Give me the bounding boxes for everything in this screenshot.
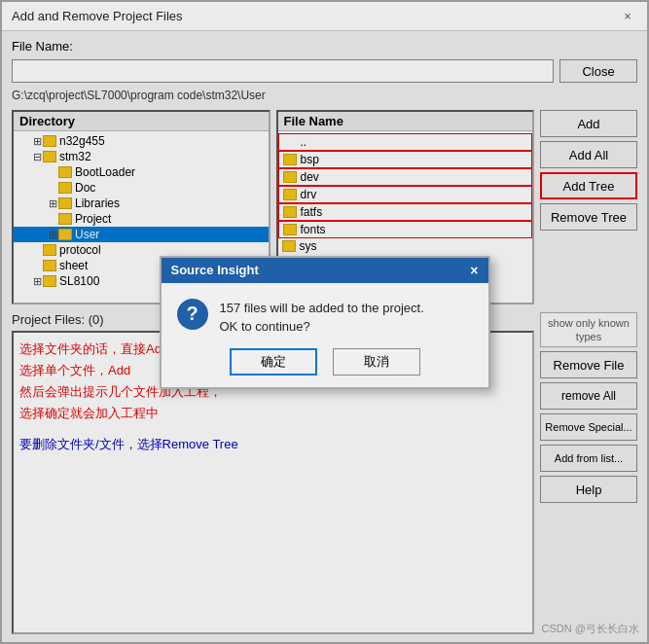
modal-title-bar: Source Insight × bbox=[162, 258, 488, 283]
modal-body: ? 157 files will be added to the project… bbox=[162, 283, 488, 387]
source-insight-dialog: Source Insight × ? 157 files will be add… bbox=[160, 256, 490, 389]
modal-cancel-button[interactable]: 取消 bbox=[333, 348, 420, 376]
modal-message-row: ? 157 files will be added to the project… bbox=[177, 299, 473, 337]
modal-close-button[interactable]: × bbox=[470, 263, 478, 278]
modal-buttons: 确定 取消 bbox=[177, 348, 473, 376]
modal-ok-button[interactable]: 确定 bbox=[230, 348, 317, 376]
modal-question-icon: ? bbox=[177, 299, 208, 330]
modal-title: Source Insight bbox=[171, 263, 259, 277]
modal-overlay: Source Insight × ? 157 files will be add… bbox=[2, 2, 647, 642]
modal-message: 157 files will be added to the project. … bbox=[220, 299, 424, 337]
modal-message-line2: OK to continue? bbox=[220, 317, 424, 337]
modal-message-line1: 157 files will be added to the project. bbox=[220, 299, 424, 318]
main-dialog: Add and Remove Project Files × File Name… bbox=[0, 0, 649, 644]
